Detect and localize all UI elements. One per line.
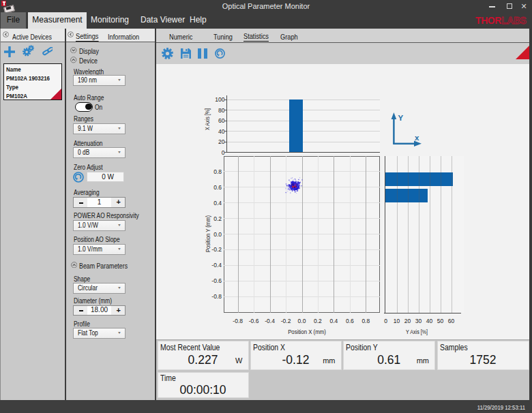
svg-text:x: x — [415, 134, 419, 142]
svg-text:Y: Y — [398, 114, 404, 122]
